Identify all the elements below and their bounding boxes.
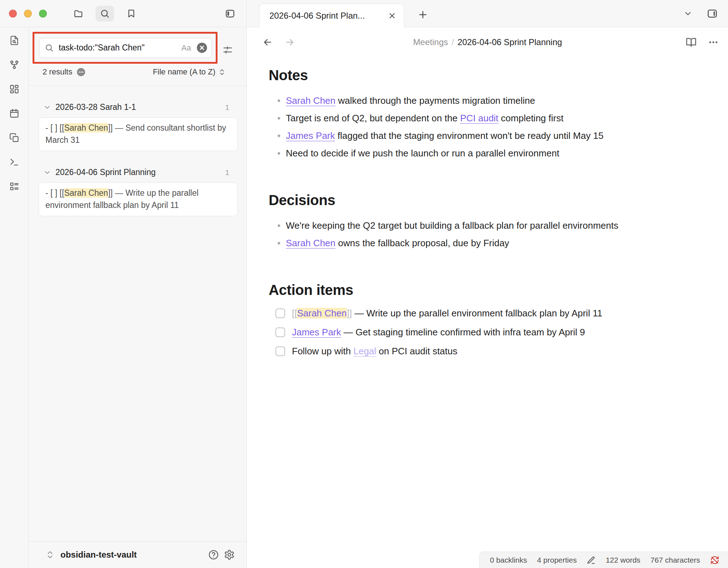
text-segment: Need to decide if we push the launch or … (286, 148, 560, 159)
plus-icon (417, 9, 428, 20)
sort-order-button[interactable]: File name (A to Z) (153, 67, 226, 77)
sync-error-icon[interactable] (710, 555, 719, 565)
note-section-notes: Notes Sarah Chen walked through the paym… (269, 67, 728, 162)
settings-button[interactable] (221, 548, 237, 562)
random-note-button[interactable] (6, 132, 22, 144)
note-bullet: Need to decide if we push the launch or … (269, 145, 680, 162)
properties-count[interactable]: 4 properties (537, 556, 577, 564)
task-text: Follow up with Legal on PCI audit status (292, 345, 458, 358)
task-text: [[Sarah Chen]] — Write up the parallel e… (292, 307, 602, 320)
minimize-window-button[interactable] (24, 10, 32, 18)
terminal-button[interactable] (6, 156, 22, 168)
word-count[interactable]: 122 words (606, 556, 640, 564)
breadcrumb-parent[interactable]: Meetings (413, 37, 448, 47)
search-query: task-todo:"Sarah Chen" (59, 43, 181, 53)
text-segment: - [ ] [[ (45, 188, 64, 198)
navigate-forward-button[interactable] (284, 37, 295, 48)
character-count[interactable]: 767 characters (650, 556, 700, 564)
task-list-button[interactable] (6, 180, 22, 193)
note-editor[interactable]: Notes Sarah Chen walked through the paym… (247, 57, 728, 358)
graph-view-button[interactable] (6, 59, 22, 71)
vault-switcher[interactable]: obsidian-test-vault (29, 541, 246, 568)
toggle-left-sidebar-button[interactable] (221, 6, 239, 21)
internal-link[interactable]: Sarah Chen (286, 238, 336, 248)
vault-name: obsidian-test-vault (60, 550, 137, 560)
task-checkbox[interactable] (275, 309, 285, 318)
canvas-button[interactable] (6, 83, 22, 95)
backlinks-count[interactable]: 0 backlinks (490, 556, 527, 564)
search-match[interactable]: - [ ] [[Sarah Chen]] — Send consultant s… (39, 117, 238, 151)
text-segment: Target is end of Q2, but dependent on th… (286, 113, 460, 123)
help-button[interactable] (206, 548, 221, 562)
maximize-window-button[interactable] (39, 10, 47, 18)
reading-view-button[interactable] (686, 37, 697, 48)
search-tab-button[interactable] (96, 6, 114, 21)
layout-dashboard-icon (9, 84, 19, 94)
search-icon (45, 43, 54, 52)
tab-sprint-planning[interactable]: 2026-04-06 Sprint Plan... (259, 4, 404, 28)
copy-icon (9, 133, 19, 143)
task-checkbox[interactable] (275, 346, 285, 356)
internal-link[interactable]: James Park (292, 327, 341, 338)
window-controls (9, 10, 47, 18)
search-result-group: 2026-03-28 Sarah 1-1 1 - [ ] [[Sarah Che… (29, 102, 246, 151)
search-settings-button[interactable] (220, 42, 235, 57)
search-match[interactable]: - [ ] [[Sarah Chen]] — Write up the para… (39, 183, 238, 216)
text-segment: flagged that the staging environment won… (335, 130, 604, 141)
list-todo-icon (9, 181, 19, 191)
note-section-decisions: Decisions We're keeping the Q2 target bu… (269, 192, 728, 252)
note-bullet: Sarah Chen owns the fallback proposal, d… (269, 234, 680, 252)
tab-list-button[interactable] (681, 6, 695, 21)
result-group-header[interactable]: 2026-04-06 Sprint Planning 1 (43, 168, 229, 177)
close-window-button[interactable] (9, 10, 17, 18)
note-toolbar: Meetings/2026-04-06 Sprint Planning (247, 27, 728, 57)
result-group-header[interactable]: 2026-03-28 Sarah 1-1 1 (43, 102, 229, 112)
sort-label: File name (A to Z) (153, 67, 215, 77)
daily-note-button[interactable] (6, 107, 22, 120)
task-checkbox[interactable] (275, 327, 285, 337)
search-result-group: 2026-04-06 Sprint Planning 1 - [ ] [[Sar… (29, 168, 246, 216)
text-segment: walked through the payments migration ti… (336, 95, 535, 106)
note-bullet: Sarah Chen walked through the payments m… (269, 92, 680, 110)
internal-link[interactable]: Legal (353, 346, 376, 356)
task-item: [[Sarah Chen]] — Write up the parallel e… (275, 307, 690, 320)
text-segment: ]] (347, 308, 352, 319)
internal-link[interactable]: PCI audit (460, 113, 498, 123)
internal-link[interactable]: Sarah Chen (286, 95, 336, 106)
chevron-down-icon (43, 169, 51, 176)
graph-icon (9, 60, 19, 70)
search-panel: task-todo:"Sarah Chen" Aa 2 results File… (29, 27, 246, 568)
files-tab-button[interactable] (69, 6, 88, 21)
text-segment: owns the fallback proposal, due by Frida… (336, 238, 509, 248)
bookmarks-tab-button[interactable] (122, 6, 141, 21)
internal-link[interactable]: Sarah Chen (297, 308, 347, 319)
clear-search-button[interactable] (196, 42, 207, 53)
search-input[interactable]: task-todo:"Sarah Chen" Aa (39, 38, 212, 58)
pencil-icon[interactable] (587, 555, 596, 564)
breadcrumb-current[interactable]: 2026-04-06 Sprint Planning (458, 37, 562, 47)
text-segment: on PCI audit status (376, 346, 458, 356)
book-open-icon (686, 37, 697, 48)
match-case-toggle[interactable]: Aa (181, 43, 191, 53)
more-options-button[interactable] (708, 37, 719, 48)
status-bar: 0 backlinks 4 properties 122 words 767 c… (479, 552, 728, 568)
new-tab-button[interactable] (415, 7, 431, 22)
search-info-icon[interactable] (77, 68, 85, 77)
tab-title: 2026-04-06 Sprint Plan... (269, 11, 382, 21)
internal-link[interactable]: James Park (286, 130, 335, 141)
navigate-back-button[interactable] (262, 37, 273, 48)
note-bullet: Target is end of Q2, but dependent on th… (269, 110, 680, 127)
close-tab-button[interactable] (387, 11, 397, 20)
chevron-down-icon (683, 9, 693, 18)
search-file-button[interactable] (6, 34, 22, 47)
toggle-right-sidebar-button[interactable] (704, 6, 720, 21)
arrow-right-icon (284, 37, 295, 48)
gear-icon (224, 549, 235, 560)
terminal-icon (9, 157, 19, 167)
note-bullet: We're keeping the Q2 target but building… (269, 217, 680, 234)
titlebar (0, 0, 246, 27)
help-circle-icon (208, 549, 219, 560)
chevrons-up-down-icon (45, 550, 55, 559)
text-segment: We're keeping the Q2 target but building… (286, 220, 618, 231)
panel-right-icon (707, 8, 718, 19)
